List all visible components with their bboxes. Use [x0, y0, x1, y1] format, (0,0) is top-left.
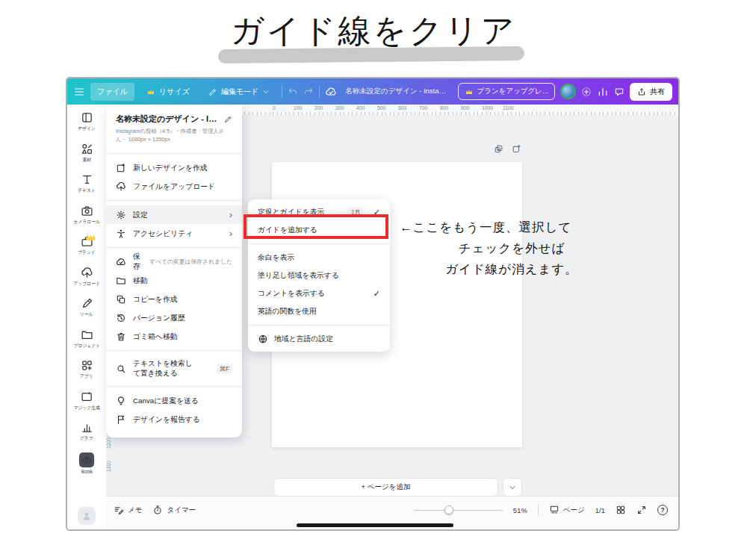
chat-icon[interactable]: [614, 87, 624, 97]
sidebar-item-tools[interactable]: ツール: [67, 297, 106, 318]
sidebar-item-camera[interactable]: カメラロール: [67, 205, 106, 225]
add-page-icon[interactable]: [512, 144, 521, 154]
menu-divider: [106, 153, 242, 154]
upgrade-plan-label: プランをアップグレ...: [477, 87, 548, 96]
crown-icon: [84, 231, 97, 243]
magic-media-icon: [81, 391, 93, 403]
upload-cloud-icon: [116, 181, 126, 192]
ruler-number: 300: [335, 105, 344, 111]
globe-icon: [258, 334, 268, 344]
plus-icon[interactable]: [581, 87, 592, 97]
submenu-item-region-lang[interactable]: 地域と言語の設定: [248, 330, 390, 348]
add-page-button[interactable]: + ページを追加: [273, 478, 498, 496]
top-toolbar: ファイル リサイズ 編集モード 名称未設定のデザイン - Instagramの投…: [67, 78, 678, 105]
zoom-slider-knob[interactable]: [444, 505, 453, 514]
menu-item-accessibility[interactable]: アクセシビリティ›: [106, 224, 242, 243]
save-status-text: すべての変更は保存されました: [149, 258, 232, 266]
share-button[interactable]: 共有: [630, 83, 672, 101]
pen-icon: [81, 297, 93, 310]
grid-view-icon[interactable]: [616, 505, 626, 515]
menu-divider: [106, 247, 242, 248]
menu-item-history[interactable]: バージョン履歴: [106, 308, 242, 327]
menu-item-new-design[interactable]: 新しいデザインを作成: [106, 158, 242, 177]
ruler-number: 400: [356, 105, 365, 111]
sidebar-item-label: ツール: [80, 311, 93, 318]
sidebar-item-elements[interactable]: 素材: [67, 143, 106, 164]
hamburger-icon[interactable]: [73, 86, 85, 98]
submenu-item-show-margins[interactable]: 余白を表示: [248, 249, 390, 267]
menu-item-upload-file[interactable]: ファイルをアップロード: [106, 177, 242, 196]
redo-icon[interactable]: [303, 87, 314, 97]
submenu-item-show-comments[interactable]: コメントを表示する✓: [248, 284, 390, 302]
sidebar-item-label: アプリ: [80, 373, 93, 380]
bar-chart-icon: [81, 421, 93, 434]
add-page-row: + ページを追加: [273, 478, 522, 496]
submenu-item-label: 英語の関数を使用: [258, 307, 317, 316]
menu-item-settings[interactable]: 設定›: [106, 205, 242, 224]
timer-button[interactable]: タイマー: [152, 505, 196, 515]
help-button[interactable]: ?: [657, 505, 668, 515]
menu-item-save[interactable]: 保存すべての変更は保存されました: [106, 252, 242, 271]
chevron-right-icon: ›: [229, 211, 232, 220]
sidebar-item-label: Ikonik: [81, 469, 92, 474]
accessibility-icon: [116, 228, 126, 239]
toolbar-divider: [319, 86, 320, 98]
file-menu-button[interactable]: ファイル: [90, 83, 134, 101]
trash-icon: [116, 332, 126, 342]
cloud-check-icon: [116, 257, 126, 267]
edit-mode-button[interactable]: 編集モード: [202, 83, 276, 101]
sidebar-item-text[interactable]: テキスト: [67, 173, 106, 194]
sidebar-item-magic[interactable]: マジック生成: [67, 391, 106, 411]
sidebar-item-ikonik[interactable]: Ikonik: [67, 452, 106, 474]
fullscreen-icon[interactable]: [636, 505, 647, 515]
memo-label: メモ: [128, 505, 142, 515]
zoom-slider[interactable]: [415, 505, 503, 514]
add-page-dropdown-button[interactable]: [503, 478, 522, 496]
undo-icon[interactable]: [288, 87, 298, 97]
resize-button[interactable]: リサイズ: [140, 83, 196, 101]
profile-avatar[interactable]: [78, 507, 96, 525]
menu-item-label: Canvaに提案を送る: [133, 396, 199, 405]
edit-mode-label: 編集モード: [221, 87, 258, 97]
memo-button[interactable]: メモ: [114, 505, 142, 515]
share-label: 共有: [650, 87, 665, 97]
menu-item-find-replace[interactable]: テキストを検索して置き換える⌘F: [106, 355, 242, 382]
resize-label: リサイズ: [159, 87, 190, 97]
crown-icon: [146, 87, 155, 96]
upgrade-plan-button[interactable]: プランをアップグレ...: [458, 83, 555, 100]
menu-item-report[interactable]: デザインを報告する: [106, 410, 242, 429]
search-icon: [116, 364, 126, 374]
sidebar-item-apps[interactable]: アプリ: [67, 359, 106, 380]
page: ガイド線をクリア ファイル リサイズ 編集モード 名称未設定のデザイン -: [0, 0, 747, 560]
menu-item-move[interactable]: 移動: [106, 271, 242, 290]
menu-item-feedback[interactable]: Canvaに提案を送る: [106, 391, 242, 410]
menu-item-copy[interactable]: コピーを作成: [106, 290, 242, 308]
menu-item-trash[interactable]: ゴミ箱へ移動: [106, 327, 242, 346]
ruler-number: 1000: [482, 105, 493, 111]
file-menu-label: ファイル: [97, 87, 128, 97]
submenu-item-label: 塗り足し領域を表示する: [258, 271, 339, 280]
document-title[interactable]: 名称未設定のデザイン - Instagramの投稿（4:...: [342, 87, 452, 96]
lightbulb-icon: [116, 396, 126, 406]
timer-label: タイマー: [167, 505, 196, 515]
pencil-icon[interactable]: [224, 115, 232, 123]
submenu-item-label: 地域と言語の設定: [274, 335, 333, 343]
insights-icon[interactable]: [597, 86, 609, 98]
sidebar-item-label: アップロード: [73, 281, 99, 287]
apps-icon: [81, 359, 93, 372]
submenu-item-english-func[interactable]: 英語の関数を使用: [248, 302, 390, 320]
pages-view-button[interactable]: ページ: [549, 505, 585, 515]
sidebar-item-projects[interactable]: プロジェクト: [67, 329, 106, 349]
sidebar-item-graph[interactable]: グラフ: [67, 421, 106, 442]
sidebar-item-brand[interactable]: ブランド: [67, 235, 106, 256]
duplicate-page-icon[interactable]: [494, 144, 503, 154]
page-actions: [494, 144, 521, 154]
menu-item-label: デザインを報告する: [133, 415, 200, 424]
avatar[interactable]: [560, 84, 576, 99]
sidebar-item-design[interactable]: デザイン: [67, 111, 106, 132]
sidebar-item-uploads[interactable]: アップロード: [67, 267, 106, 287]
camera-icon: [82, 455, 91, 464]
timer-icon: [152, 505, 163, 515]
chevron-right-icon: ›: [229, 229, 232, 238]
submenu-item-show-bleed[interactable]: 塗り足し領域を表示する: [248, 267, 390, 284]
